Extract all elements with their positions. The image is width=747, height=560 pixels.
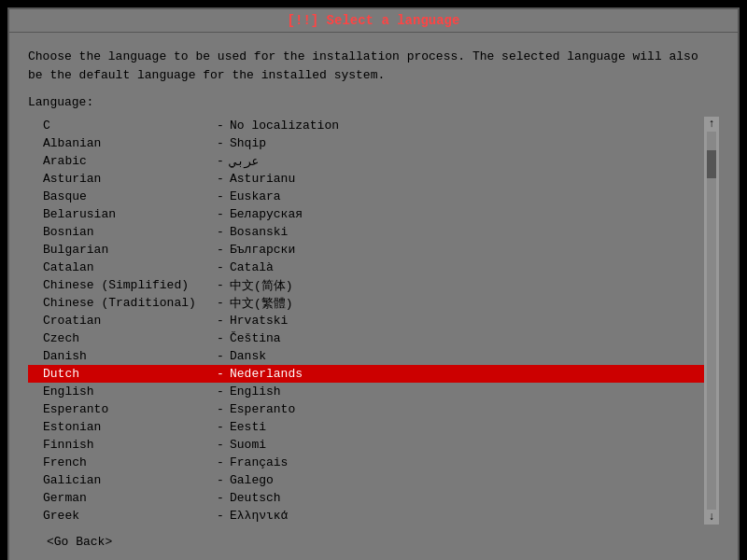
language-separator: - [211, 296, 230, 310]
title-bar: [!!] Select a language [9, 9, 738, 33]
language-native-name: English [230, 385, 689, 399]
language-native-name: Català [230, 260, 689, 274]
language-native-name: Eesti [230, 420, 689, 434]
language-native-name: No localization [230, 119, 689, 133]
language-name: French [43, 455, 211, 469]
language-name: Arabic [43, 154, 211, 168]
language-name: Chinese (Traditional) [43, 296, 211, 310]
language-native-name: Esperanto [230, 402, 689, 416]
language-item[interactable]: Czech-Čeština [28, 329, 704, 347]
main-window: [!!] Select a language Choose the langua… [7, 7, 740, 560]
content: Choose the language to be used for the i… [9, 33, 738, 560]
language-name: Galician [43, 473, 211, 487]
language-item[interactable]: Estonian-Eesti [28, 418, 704, 436]
language-item[interactable]: Arabic-عربي [28, 152, 704, 170]
language-native-name: Беларуская [230, 207, 689, 221]
language-item[interactable]: German-Deutsch [28, 489, 704, 507]
language-list-container: C-No localizationAlbanian-ShqipArabic-عر… [28, 117, 719, 525]
language-native-name: Български [230, 243, 689, 257]
language-item[interactable]: Albanian-Shqip [28, 134, 704, 152]
language-separator: - [211, 402, 230, 416]
language-separator: - [211, 331, 230, 345]
language-item[interactable]: C-No localization [28, 117, 704, 134]
language-native-name: Hrvatski [230, 314, 689, 328]
language-item[interactable]: Catalan-Català [28, 259, 704, 276]
language-name: Dutch [43, 367, 211, 381]
language-separator: - [211, 172, 230, 186]
language-item[interactable]: Bulgarian-Български [28, 241, 704, 259]
language-item[interactable]: Chinese (Simplified)-中文(简体) [28, 276, 704, 294]
language-separator: - [211, 491, 230, 505]
language-native-name: Dansk [230, 349, 689, 363]
language-name: Chinese (Simplified) [43, 278, 211, 292]
scroll-up-arrow[interactable]: ↑ [708, 119, 714, 130]
language-item[interactable]: Dutch-Nederlands [28, 365, 704, 383]
language-item[interactable]: Esperanto-Esperanto [28, 400, 704, 418]
language-name: German [43, 491, 211, 505]
language-native-name: Shqip [230, 136, 689, 150]
language-name: Czech [43, 331, 211, 345]
language-native-name: Nederlands [230, 367, 689, 381]
language-separator: - [211, 420, 230, 434]
language-separator: - [211, 225, 230, 239]
language-native-name: عربي [230, 154, 689, 169]
language-item[interactable]: Greek-Ελληνικά [28, 507, 704, 525]
language-native-name: Suomi [230, 438, 689, 452]
language-item[interactable]: Chinese (Traditional)-中文(繁體) [28, 294, 704, 312]
scroll-thumb [707, 150, 716, 178]
language-name: Greek [43, 509, 211, 523]
language-native-name: Euskara [230, 189, 689, 203]
language-separator: - [211, 455, 230, 469]
language-name: Bulgarian [43, 243, 211, 257]
language-item[interactable]: Galician-Galego [28, 471, 704, 489]
language-name: Belarusian [43, 207, 211, 221]
language-list: C-No localizationAlbanian-ShqipArabic-عر… [28, 117, 704, 525]
scrollbar[interactable]: ↑ ↓ [704, 117, 719, 525]
language-item[interactable]: Croatian-Hrvatski [28, 312, 704, 329]
language-item[interactable]: Asturian-Asturianu [28, 170, 704, 188]
language-name: Albanian [43, 136, 211, 150]
language-separator: - [211, 243, 230, 257]
language-separator: - [211, 509, 230, 523]
language-name: Danish [43, 349, 211, 363]
language-native-name: Bosanski [230, 225, 689, 239]
language-separator: - [211, 119, 230, 133]
language-name: Bosnian [43, 225, 211, 239]
language-native-name: Čeština [230, 331, 689, 345]
language-native-name: Français [230, 455, 689, 469]
scroll-down-arrow[interactable]: ↓ [708, 511, 714, 523]
language-separator: - [211, 438, 230, 452]
language-label: Language: [28, 95, 719, 109]
language-name: Esperanto [43, 402, 211, 416]
language-separator: - [211, 260, 230, 274]
language-separator: - [211, 473, 230, 487]
language-native-name: 中文(繁體) [230, 295, 689, 312]
go-back-area: <Go Back> [28, 525, 719, 558]
language-name: C [43, 119, 211, 133]
language-item[interactable]: Basque-Euskara [28, 188, 704, 205]
language-item[interactable]: English-English [28, 383, 704, 400]
language-native-name: Deutsch [230, 491, 689, 505]
language-name: Finnish [43, 438, 211, 452]
language-item[interactable]: Danish-Dansk [28, 347, 704, 365]
description: Choose the language to be used for the i… [28, 48, 719, 84]
language-item[interactable]: Finnish-Suomi [28, 436, 704, 454]
language-name: Catalan [43, 260, 211, 274]
language-item[interactable]: French-Français [28, 454, 704, 471]
language-name: Asturian [43, 172, 211, 186]
scroll-track [707, 132, 716, 510]
language-item[interactable]: Bosnian-Bosanski [28, 223, 704, 241]
language-separator: - [211, 189, 230, 203]
language-separator: - [211, 207, 230, 221]
language-separator: - [211, 154, 230, 168]
language-name: Basque [43, 189, 211, 203]
language-name: Estonian [43, 420, 211, 434]
language-item[interactable]: Belarusian-Беларуская [28, 205, 704, 223]
language-name: English [43, 385, 211, 399]
language-separator: - [211, 136, 230, 150]
language-separator: - [211, 367, 230, 381]
language-native-name: Asturianu [230, 172, 689, 186]
go-back-button[interactable]: <Go Back> [47, 535, 112, 549]
language-name: Croatian [43, 314, 211, 328]
language-native-name: Galego [230, 473, 689, 487]
